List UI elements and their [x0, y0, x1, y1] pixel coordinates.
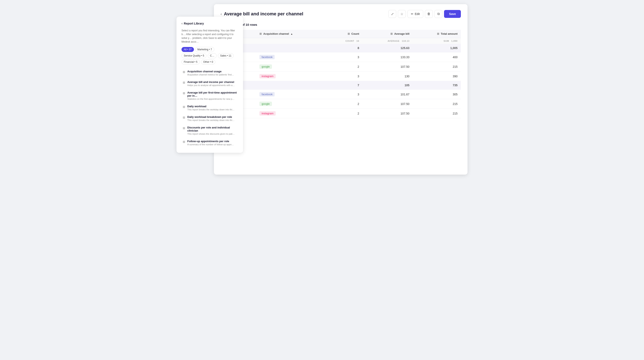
col-icon-channel: ⊞: [260, 32, 262, 35]
channel-tag-facebook: facebook: [260, 92, 274, 96]
table-icon: ⊞: [183, 140, 185, 144]
group-row-2020-09: 2020-09 7 105 735: [220, 81, 461, 90]
report-title: Follow-up appointments per role: [187, 140, 234, 143]
group-count: 8: [326, 44, 362, 52]
report-title: Discounts per role and individual clinic…: [187, 126, 237, 132]
table-icon: ⊞: [183, 70, 185, 74]
row-avg: 133.33: [362, 52, 413, 62]
page-wrapper: ‹ Report Library Select a report you fin…: [176, 4, 468, 174]
report-list: ⊞ Acquisition channel usage Acquisition …: [182, 68, 238, 148]
row-total: 400: [413, 52, 461, 62]
filter-tag-other[interactable]: Other • 0: [201, 60, 216, 64]
edit-icon: ✏: [411, 12, 414, 16]
copy-button[interactable]: ⧉: [434, 10, 442, 18]
sidebar-title: Report Library: [184, 22, 204, 25]
report-item-avg-bill-income[interactable]: ⊞ Average bill and income per channel He…: [182, 78, 238, 88]
report-title: Daily workload breakdown per role: [187, 115, 234, 118]
col-icon-avg-bill: ⊞: [390, 32, 393, 35]
report-desc: Helps you to analyse all appointments wi…: [187, 84, 235, 86]
table-row: facebook 3 101.67 305: [220, 90, 461, 99]
panel-header: ‹ Average bill and income per channel ⤢ …: [220, 10, 461, 18]
row-avg: 107.50: [362, 99, 413, 109]
row-count: 2: [326, 62, 362, 72]
panel-title-row: ‹ Average bill and income per channel: [220, 11, 303, 17]
panel-title: Average bill and income per channel: [224, 11, 303, 17]
group-channel: [256, 44, 326, 52]
col-header-channel[interactable]: ⊞ Acquisition channel ▲: [256, 30, 326, 38]
subheader-avg: AVERAGE 118.13: [362, 38, 413, 44]
row-count: 2: [326, 109, 362, 118]
sum-value: 1,890: [451, 40, 458, 42]
row-total: 215: [413, 99, 461, 109]
row-avg: 107.50: [362, 62, 413, 72]
col-icon-total: ⊞: [437, 32, 439, 35]
report-desc: Statistics on the first appointments for…: [187, 98, 237, 100]
table-icon: ⊞: [183, 81, 185, 84]
table-row: google 2 107.50 215: [220, 62, 461, 72]
filter-tag-financial[interactable]: Financial • 5: [182, 60, 200, 64]
row-total: 215: [413, 109, 461, 118]
avg-label: AVERAGE: [388, 40, 399, 42]
group-total: 735: [413, 81, 461, 90]
report-desc: A summary of the number of follow-up app…: [187, 143, 234, 146]
col-header-total: ⊞ Total amount: [413, 30, 461, 38]
back-button[interactable]: ‹: [220, 12, 222, 16]
table-row: instagram 2 107.50 215: [220, 109, 461, 118]
sidebar-back-button[interactable]: ‹ Report Library: [182, 22, 238, 25]
report-item-avg-bill-first-time[interactable]: ⊞ Average bill per first-time appointmen…: [182, 89, 238, 102]
row-count: 2: [326, 99, 362, 109]
report-title: Average bill per first-time appointment …: [187, 91, 237, 97]
sum-label: SUM: [444, 40, 449, 42]
filter-tag-marketing[interactable]: Marketing • 7: [195, 47, 214, 52]
row-channel: instagram: [256, 72, 326, 81]
report-item-daily-workload-role[interactable]: ⊞ Daily workload breakdown per role This…: [182, 113, 238, 124]
filter-tag-c[interactable]: C…: [208, 53, 216, 58]
group-avg: 105: [362, 81, 413, 90]
resize-button[interactable]: ⤢: [388, 10, 396, 18]
copy-icon: ⧉: [437, 12, 440, 16]
channel-tag-instagram: instagram: [260, 74, 276, 78]
edit-button[interactable]: ✏ Edit: [408, 10, 423, 18]
report-item-daily-workload[interactable]: ⊞ Daily workload This report breaks the …: [182, 103, 238, 113]
report-desc: This report shows the discounts given to…: [187, 132, 237, 135]
filter-tag-all[interactable]: All • 37: [182, 47, 194, 52]
row-total: 305: [413, 90, 461, 99]
filter-tag-service-quality[interactable]: Service Quality • 5: [182, 53, 206, 58]
report-item-follow-up[interactable]: ⊞ Follow-up appointments per role A summ…: [182, 138, 238, 148]
star-button[interactable]: ☆: [398, 10, 406, 18]
table-icon: ⊞: [183, 116, 185, 119]
report-item-acquisition-channel-usage[interactable]: ⊞ Acquisition channel usage Acquisition …: [182, 68, 238, 78]
subheader-channel: [256, 38, 326, 44]
col-icon-count: ⊞: [348, 32, 350, 35]
row-avg: 107.50: [362, 109, 413, 118]
report-item-discounts[interactable]: ⊞ Discounts per role and individual clin…: [182, 124, 238, 137]
filter-tag-sales[interactable]: Sales • 11: [218, 53, 234, 58]
chevron-left-icon: ‹: [182, 22, 182, 25]
channel-tag-google: google: [260, 102, 272, 106]
group-avg: 125.63: [362, 44, 413, 52]
edit-label: Edit: [415, 12, 420, 16]
row-total: 215: [413, 62, 461, 72]
col-header-count: ⊞ Count: [326, 30, 362, 38]
report-desc: Acquisition channel metrics for patients…: [187, 73, 234, 76]
table-icon: ⊞: [183, 126, 185, 130]
row-channel: google: [256, 62, 326, 72]
row-total: 390: [413, 72, 461, 81]
data-table: ⊞ Date ▼ ⊞ Acquisition channel ▲ ⊞ Count…: [220, 30, 461, 118]
row-channel: facebook: [256, 52, 326, 62]
delete-button[interactable]: 🗑: [425, 10, 433, 18]
save-button[interactable]: Save: [444, 10, 461, 18]
row-avg: 130: [362, 72, 413, 81]
channel-tag-instagram: instagram: [260, 111, 276, 116]
main-panel: ‹ Average bill and income per channel ⤢ …: [214, 4, 468, 174]
row-count: 3: [326, 72, 362, 81]
report-title: Daily workload: [187, 105, 234, 108]
report-desc: This report breaks the workday down into…: [187, 108, 234, 111]
row-channel: facebook: [256, 90, 326, 99]
sidebar: ‹ Report Library Select a report you fin…: [176, 17, 243, 153]
resize-icon: ⤢: [391, 12, 394, 16]
row-count: 3: [326, 90, 362, 99]
row-channel: instagram: [256, 109, 326, 118]
group-count: 7: [326, 81, 362, 90]
results-label: Results • 1-10 of 10 rows: [220, 23, 461, 26]
